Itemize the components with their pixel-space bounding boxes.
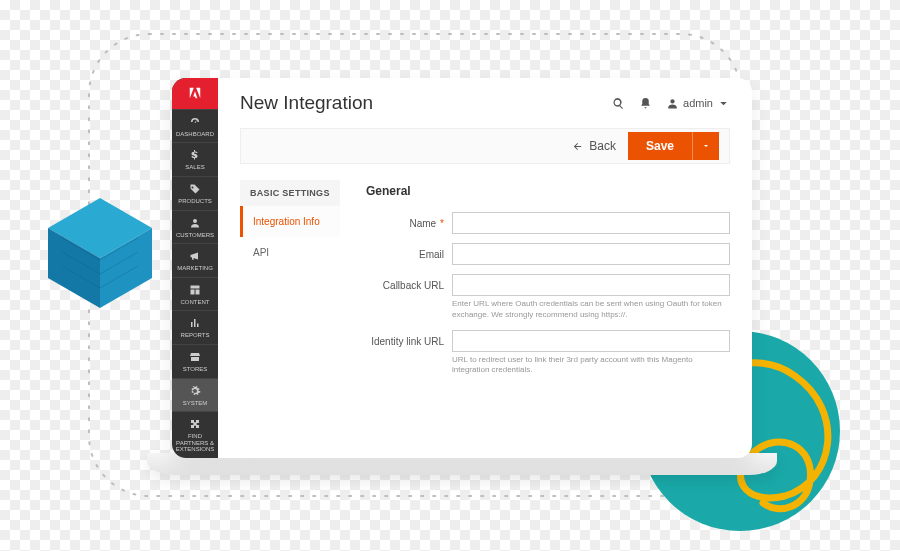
- svg-marker-1: [48, 198, 152, 258]
- sidebar-item-label: SALES: [185, 164, 204, 171]
- settings-nav: BASIC SETTINGS Integration Info API: [240, 180, 340, 448]
- sidebar-item-dashboard[interactable]: DASHBOARD: [172, 109, 218, 143]
- svg-marker-2: [48, 228, 100, 308]
- tag-icon: [189, 183, 201, 195]
- decorative-cube: [40, 190, 160, 310]
- sidebar-item-label: DASHBOARD: [176, 131, 214, 138]
- svg-line-8: [100, 252, 138, 274]
- user-menu[interactable]: admin: [666, 97, 730, 110]
- sidebar-item-reports[interactable]: REPORTS: [172, 310, 218, 344]
- sidebar: DASHBOARD SALES PRODUCTS CUSTOMERS MARKE…: [172, 78, 218, 458]
- field-email: Email: [366, 243, 730, 265]
- bell-icon[interactable]: [639, 97, 652, 110]
- sidebar-item-label: PRODUCTS: [178, 198, 212, 205]
- svg-line-9: [100, 266, 138, 288]
- header-bar: New Integration admin: [240, 92, 730, 114]
- save-dropdown-toggle[interactable]: [692, 132, 719, 160]
- settings-tab-label: Integration Info: [253, 216, 320, 227]
- brand-logo: [172, 78, 218, 109]
- save-button[interactable]: Save: [628, 132, 719, 160]
- sidebar-item-label: REPORTS: [181, 332, 210, 339]
- page-title: New Integration: [240, 92, 373, 114]
- field-label: Email: [419, 249, 444, 260]
- back-button[interactable]: Back: [572, 139, 616, 153]
- caret-down-icon: [702, 142, 710, 150]
- settings-tab-label: API: [253, 247, 269, 258]
- layout-icon: [189, 284, 201, 296]
- back-label: Back: [589, 139, 616, 153]
- identity-link-url-input[interactable]: [452, 330, 730, 352]
- adobe-logo-icon: [188, 86, 202, 100]
- chevron-down-icon: [717, 97, 730, 110]
- sidebar-item-sales[interactable]: SALES: [172, 142, 218, 176]
- field-identity-link-url: Identity link URL URL to redirect user t…: [366, 330, 730, 377]
- puzzle-icon: [189, 418, 201, 430]
- name-input[interactable]: [452, 212, 730, 234]
- svg-marker-3: [100, 228, 152, 308]
- sidebar-item-marketing[interactable]: MARKETING: [172, 243, 218, 277]
- field-hint: URL to redirect user to link their 3rd p…: [452, 355, 730, 377]
- action-bar: Back Save: [240, 128, 730, 164]
- svg-line-4: [62, 238, 100, 260]
- avatar-icon: [666, 97, 679, 110]
- store-icon: [189, 351, 201, 363]
- svg-line-7: [100, 238, 138, 260]
- field-label: Identity link URL: [371, 336, 444, 347]
- sidebar-item-label: CONTENT: [181, 299, 210, 306]
- sidebar-item-label: STORES: [183, 366, 208, 373]
- gear-icon: [189, 385, 201, 397]
- sidebar-item-label: CUSTOMERS: [176, 232, 214, 239]
- bar-chart-icon: [189, 317, 201, 329]
- field-name: Name*: [366, 212, 730, 234]
- user-icon: [189, 217, 201, 229]
- sidebar-item-label: FIND PARTNERS & EXTENSIONS: [174, 433, 216, 453]
- arrow-left-icon: [572, 141, 583, 152]
- required-marker: *: [440, 218, 444, 229]
- sidebar-item-products[interactable]: PRODUCTS: [172, 176, 218, 210]
- sidebar-item-stores[interactable]: STORES: [172, 344, 218, 378]
- user-label: admin: [683, 97, 713, 109]
- field-label: Callback URL: [383, 280, 444, 291]
- save-label: Save: [628, 132, 692, 160]
- main-panel: New Integration admin Back: [218, 78, 752, 458]
- settings-tab-api[interactable]: API: [240, 237, 340, 268]
- sidebar-item-label: MARKETING: [177, 265, 213, 272]
- svg-line-5: [62, 252, 100, 274]
- field-callback-url: Callback URL Enter URL where Oauth crede…: [366, 274, 730, 321]
- form-area: General Name* Email Callback URL: [340, 180, 730, 448]
- megaphone-icon: [189, 250, 201, 262]
- sidebar-item-partners[interactable]: FIND PARTNERS & EXTENSIONS: [172, 411, 218, 458]
- callback-url-input[interactable]: [452, 274, 730, 296]
- gauge-icon: [189, 116, 201, 128]
- svg-line-6: [62, 266, 100, 288]
- dollar-icon: [189, 149, 201, 161]
- app-window: DASHBOARD SALES PRODUCTS CUSTOMERS MARKE…: [172, 78, 752, 458]
- field-hint: Enter URL where Oauth credentials can be…: [452, 299, 730, 321]
- sidebar-item-system[interactable]: SYSTEM: [172, 378, 218, 412]
- sidebar-item-label: SYSTEM: [183, 400, 208, 407]
- sidebar-item-customers[interactable]: CUSTOMERS: [172, 210, 218, 244]
- sidebar-item-content[interactable]: CONTENT: [172, 277, 218, 311]
- email-input[interactable]: [452, 243, 730, 265]
- form-section-title: General: [366, 184, 730, 198]
- settings-nav-heading: BASIC SETTINGS: [240, 180, 340, 206]
- settings-tab-integration-info[interactable]: Integration Info: [240, 206, 340, 237]
- field-label: Name: [409, 218, 436, 229]
- search-icon[interactable]: [612, 97, 625, 110]
